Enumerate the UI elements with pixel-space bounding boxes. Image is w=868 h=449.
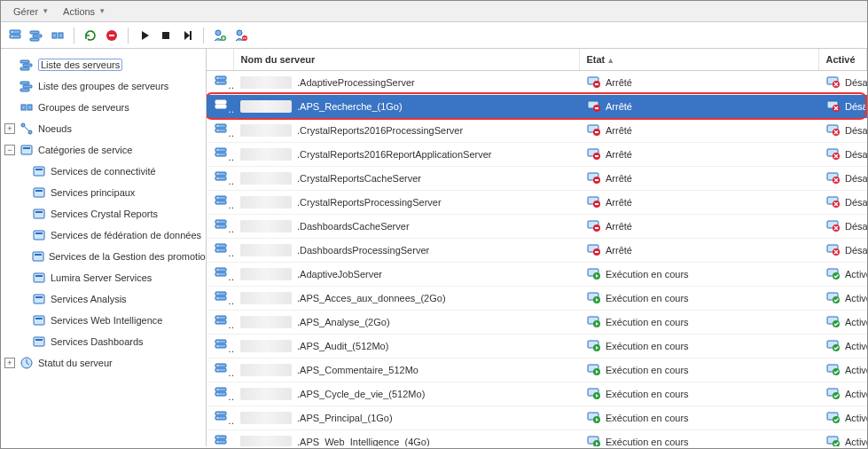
tree-svc-connectivity[interactable]: Services de connectivité [1,161,206,182]
enabled-icon [825,434,840,446]
stop-button[interactable] [157,27,175,44]
table-row[interactable]: .APS_Web_Intelligence_(4Go)Exécution en … [207,430,867,447]
col-header-enabled-label: Activé [826,54,856,65]
menu-manage[interactable]: Gérer ▼ [6,6,56,17]
state-icon [586,75,600,91]
table-row[interactable]: .CrystalReports2016ProcessingServerArrêt… [207,119,867,143]
col-header-icon[interactable] [207,49,233,71]
status-icon [19,356,35,370]
server-icon [214,80,228,91]
server-icon [214,343,228,354]
redacted-prefix [240,268,292,280]
table-row[interactable]: .APS_Acces_aux_donnees_(2Go)Exécution en… [207,287,867,311]
expander-blank [4,81,15,91]
redacted-prefix [240,76,292,89]
category-icon [31,271,47,285]
table-row[interactable]: .APS_Principal_(1Go)Exécution en coursAc… [207,406,867,430]
table-row[interactable]: .AdaptiveJobServerExécution en coursActi… [207,263,867,287]
table-row[interactable]: .AdaptiveProcessingServerArrêtéDésactivé [207,71,867,95]
tree-label: Noeuds [38,123,72,134]
group-icon [19,100,35,114]
tree-server-list[interactable]: Liste des serveurs [1,54,206,75]
tree-svc-crystal[interactable]: Services Crystal Reports [1,203,206,224]
state-icon [586,98,600,114]
server-state: Exécution en cours [606,293,689,303]
state-icon [586,362,600,378]
new-group-button[interactable] [27,27,45,44]
expander-icon[interactable]: + [4,358,15,368]
server-name: .CrystalReports2016ReportApplicationServ… [297,149,492,160]
expander-icon[interactable]: − [4,145,15,155]
server-state: Exécution en cours [606,341,689,351]
table-panel: Nom du serveur Etat▲ Activé .AdaptivePro… [207,49,867,446]
server-enabled: Désactivé [845,149,867,160]
tree-label: Liste des serveurs [38,59,122,71]
tree-label: Services Crystal Reports [51,209,158,219]
server-name: .AdaptiveJobServer [297,269,382,280]
enabled-icon [825,290,840,306]
node-icon [19,122,35,136]
table-row[interactable]: .APS_Analyse_(2Go)Exécution en coursActi… [207,311,867,335]
table-row[interactable]: .DashboardsCacheServerArrêtéDésactivé [207,215,867,239]
tree-svc-core[interactable]: Services principaux [1,182,206,203]
start-button[interactable] [136,27,153,44]
col-header-enabled[interactable]: Activé [818,49,867,71]
enable-button[interactable] [82,27,99,44]
state-icon [586,218,600,234]
category-icon [31,249,45,264]
tree-svc-federation[interactable]: Services de fédération de données [1,224,206,246]
tree-label: Services de fédération de données [51,230,201,240]
add-user-button[interactable] [211,27,229,44]
clone-button[interactable] [49,27,66,44]
server-name: .AdaptiveProcessingServer [297,77,415,88]
tree-server-groups[interactable]: Groupes de serveurs [1,97,206,118]
state-icon [586,290,600,306]
state-icon [586,242,600,258]
caret-down-icon: ▼ [42,7,49,15]
sort-asc-icon: ▲ [606,56,614,65]
redacted-prefix [240,364,292,376]
enabled-icon [825,386,840,402]
disable-button[interactable] [103,27,121,44]
tree-nodes[interactable]: + Noeuds [1,118,206,139]
server-name: .CrystalReports2016ProcessingServer [297,125,463,136]
enabled-icon [825,218,840,234]
caret-down-icon: ▼ [98,7,106,15]
tree-label: Groupes de serveurs [38,102,129,113]
expander-icon[interactable]: + [4,123,15,134]
redacted-prefix [240,244,292,256]
new-server-button[interactable] [6,27,24,44]
server-name: .APS_Commentaire_512Mo [297,365,418,375]
redacted-prefix [240,220,292,232]
state-icon [586,170,600,186]
col-header-state[interactable]: Etat▲ [579,49,818,71]
table-row[interactable]: .APS_Cycle_de_vie_(512Mo)Exécution en co… [207,382,867,406]
category-icon [31,335,47,349]
tree-svc-promotion[interactable]: Services de la Gestion des promotions [1,246,206,267]
enabled-icon [825,170,840,186]
table-row[interactable]: .APS_Commentaire_512MoExécution en cours… [207,358,867,382]
tree-service-categories[interactable]: − Catégories de service [1,139,206,161]
server-state: Exécution en cours [606,389,689,399]
table-row[interactable]: .CrystalReportsProcessingServerArrêtéDés… [207,191,867,215]
tree-svc-lumira[interactable]: Lumira Server Services [1,267,206,288]
category-icon [31,207,47,221]
tree-label: Statut du serveur [38,358,113,368]
tree-server-status[interactable]: + Statut du serveur [1,352,206,374]
tree-svc-dashboards[interactable]: Services Dashboards [1,331,206,352]
table-row[interactable]: .DashboardsProcessingServerArrêtéDésacti… [207,239,867,263]
menu-actions[interactable]: Actions ▼ [56,6,113,17]
menubar: Gérer ▼ Actions ▼ [1,1,867,22]
table-row[interactable]: .APS_Recherche_(1Go)ArrêtéDésactivé [207,95,867,119]
table-row[interactable]: .APS_Audit_(512Mo)Exécution en coursActi… [207,335,867,358]
col-header-name[interactable]: Nom du serveur [233,49,579,71]
table-row[interactable]: .CrystalReportsCacheServerArrêtéDésactiv… [207,167,867,191]
restart-button[interactable] [178,27,196,44]
tree-server-groups-list[interactable]: Liste des groupes de serveurs [1,75,206,97]
tree-svc-analysis[interactable]: Services Analysis [1,288,206,310]
remove-user-button[interactable] [232,27,250,44]
server-icon [214,104,228,114]
tree-svc-webi[interactable]: Services Web Intelligence [1,310,206,331]
table-row[interactable]: .CrystalReports2016ReportApplicationServ… [207,143,867,167]
server-icon [214,295,228,306]
